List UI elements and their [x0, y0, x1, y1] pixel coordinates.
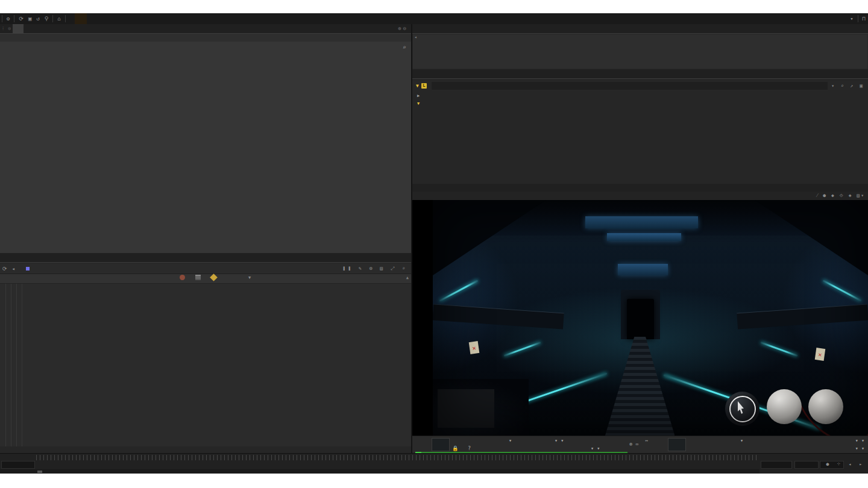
playback-icons[interactable]: ● ⁘ ◂ ▸ — [826, 461, 864, 467]
scene-graph-tabbar — [0, 253, 411, 263]
basic-group-row[interactable]: ▼ — [412, 99, 868, 107]
monitor-toolbar: ⁄ ● ◆ ⟐ ◈ ▤▾ — [412, 192, 868, 200]
window-icon[interactable]: ⊓ — [860, 16, 868, 22]
medkit-sign-left: ✕ — [469, 341, 480, 354]
reference-sphere-grey — [808, 389, 843, 424]
timeline-ruler[interactable] — [36, 455, 760, 460]
collapsed-triangle-icon[interactable]: ▶ — [417, 93, 420, 98]
node-graph-tabbar: ⁞ ⊙ ⊕⊖ — [0, 24, 411, 34]
tunnel-render-image: ✕ ✕ — [433, 200, 868, 436]
lights-column-icon[interactable] — [210, 274, 218, 281]
back-channel-dropdown[interactable]: ▾ ▾ — [855, 445, 864, 451]
back-thumbnail[interactable] — [668, 438, 686, 451]
catwalk-left — [433, 304, 564, 329]
front-channel-dropdown[interactable]: ▾ ▾ — [591, 445, 600, 451]
tab-node-graph[interactable] — [13, 24, 24, 33]
material-subtabs — [412, 69, 868, 79]
tunnel-door-opening — [627, 299, 654, 339]
panel-menu-icon[interactable]: ⊙ — [5, 24, 13, 33]
scroll-up-icon[interactable]: ▲ — [406, 275, 409, 280]
cyan-strip — [503, 342, 541, 357]
shader-type-field[interactable] — [432, 82, 828, 90]
cursor-ring — [729, 396, 756, 422]
ceiling-window — [618, 264, 668, 276]
refresh-icon[interactable]: ⟳ — [0, 266, 10, 272]
front-lens-dropdown[interactable]: ▾ — [509, 437, 512, 443]
home-icon[interactable]: ⌂ — [55, 16, 63, 22]
decor — [755, 200, 868, 275]
decor — [433, 200, 546, 275]
node-graph-menubar — [0, 34, 411, 42]
search-icon[interactable]: ⌕ — [403, 44, 406, 51]
cyan-wall-strip-left — [439, 280, 479, 302]
expand-triangle-icon[interactable]: ▼ — [412, 83, 421, 89]
render-viewport[interactable]: ✕ ✕ — [412, 200, 868, 436]
parameter-list — [412, 108, 868, 183]
scene-graph-header: ▼ ▲ — [0, 274, 411, 284]
back-lens-dropdown[interactable]: ▾ — [740, 437, 743, 443]
main-menubar: ⚙ ⟳ ▣ ↺ ⚲ ⌂ ▾ ⊓ — [0, 13, 868, 24]
front-thumbnail[interactable] — [432, 438, 450, 451]
status-bar — [0, 446, 411, 453]
light-shader-icon: L — [421, 83, 427, 89]
front-colorspace-dropdown[interactable]: ▾ ▾ — [555, 437, 564, 443]
swap-icon[interactable]: ↔ — [645, 437, 648, 443]
help-mark: ? — [468, 445, 471, 451]
lock-icon[interactable]: 🔒 — [452, 445, 459, 451]
tunnel-walkway — [605, 337, 675, 436]
back-arrow-icon[interactable]: ◂ — [10, 266, 17, 272]
render-column-icon[interactable] — [180, 275, 185, 280]
reference-sphere-white — [767, 389, 802, 424]
divider — [858, 15, 858, 22]
ceiling-window — [585, 216, 699, 228]
monitor-bottom-bar: 🔒 ? ▾ ▾ ▾ ▾ ▾ ⊛ ∞ ↔ ▾ ▾ ▾ ▾ ▾ — [412, 436, 868, 453]
ceiling-window — [607, 233, 681, 242]
timeline[interactable]: ● ⁘ ◂ ▸ — [0, 453, 868, 474]
panel-grip-icon[interactable]: ⁞ — [0, 24, 5, 33]
gear-icon[interactable]: ⚙ — [4, 16, 12, 22]
timeline-scroll-thumb[interactable] — [37, 471, 42, 473]
lock-icon[interactable]: ▣ — [26, 16, 34, 22]
notes-group-row[interactable]: ▶ — [412, 92, 868, 99]
node-graph-canvas[interactable]: ⌕ — [0, 42, 411, 253]
compare-icons[interactable]: ⊛ ∞ — [629, 441, 638, 447]
project-variables[interactable] — [75, 13, 87, 24]
cyan-strip — [760, 342, 797, 357]
back-colorspace-dropdown[interactable]: ▾ ▾ — [855, 437, 864, 443]
shader-header-row[interactable]: ▼ L ▾ ⌕ ↗ ▣ — [412, 81, 868, 90]
cur-frame-field[interactable] — [794, 461, 819, 469]
color-checker-chart — [438, 389, 494, 428]
divider — [52, 15, 53, 22]
sync-icon[interactable]: ⟳ — [16, 16, 26, 22]
shader-header-icons[interactable]: ▾ ⌕ ↗ ▣ — [831, 83, 868, 89]
scene-graph-toolbar: ⟳ ◂ ❚❚ ✎ ⚙ ▤ ⤢ ⌕ — [0, 263, 411, 274]
divider — [14, 15, 14, 22]
scene-graph-tool-icons[interactable]: ❚❚ ✎ ⚙ ▤ ⤢ ⌕ — [343, 266, 411, 272]
scene-graph-tree[interactable] — [0, 284, 411, 447]
undo-icon[interactable]: ↺ — [34, 16, 42, 22]
out-frame-field[interactable] — [761, 461, 792, 469]
expanded-triangle-icon[interactable]: ▼ — [417, 101, 420, 106]
parameters-empty-area: ◂ — [412, 34, 868, 69]
chevron-down-icon[interactable]: ▾ — [848, 16, 855, 22]
katana-window: ⚙ ⟳ ▣ ↺ ⚲ ⌂ ▾ ⊓ ⁞ ⊙ ⊕⊖ ⌕ ⟳ ◂ ❚❚ ✎ ⚙ ▤ ⤢ … — [0, 13, 868, 474]
divider — [65, 15, 66, 22]
chevron-down-icon[interactable]: ▼ — [248, 275, 251, 280]
divider — [2, 15, 2, 22]
person-icon[interactable]: ⚲ — [42, 16, 51, 22]
pane-split-buttons[interactable]: ⊕⊖ — [398, 24, 411, 33]
proxy-column-icon[interactable] — [195, 275, 201, 280]
monitor-icon-cluster[interactable]: ⁄ ● ◆ ⟐ ◈ ▤▾ — [817, 193, 865, 199]
parameters-tabbar — [412, 24, 868, 34]
timeline-scrollbar[interactable] — [0, 469, 760, 474]
cyan-wall-strip-right — [822, 280, 861, 302]
in-frame-field[interactable] — [1, 461, 35, 469]
render-node-swatch — [26, 267, 30, 271]
